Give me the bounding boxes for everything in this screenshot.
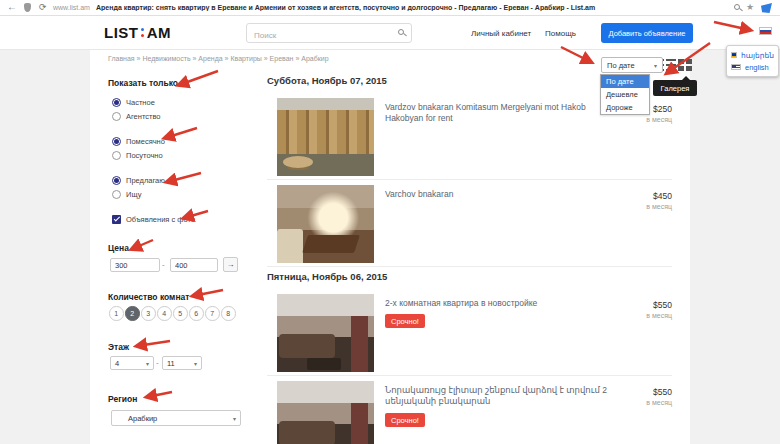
site-search-box bbox=[246, 23, 412, 43]
room-count-2-selected[interactable]: 2 bbox=[125, 306, 140, 321]
filter-rooms-title: Количество комнат bbox=[108, 292, 189, 302]
back-icon[interactable]: ← bbox=[7, 1, 17, 12]
room-count-6[interactable]: 6 bbox=[189, 306, 204, 321]
room-count-8[interactable]: 8 bbox=[221, 306, 236, 321]
radio-icon bbox=[112, 151, 121, 160]
add-listing-button[interactable]: Добавить объявление bbox=[601, 23, 693, 43]
radio-daily[interactable]: Посуточно bbox=[112, 151, 163, 160]
chevron-down-icon: ▾ bbox=[194, 360, 197, 367]
floor-range-separator: - bbox=[156, 358, 159, 367]
language-label: english bbox=[745, 63, 769, 72]
reload-icon[interactable]: ⟳ bbox=[39, 2, 47, 12]
radio-monthly[interactable]: Помесячно bbox=[112, 137, 165, 146]
listing-photo[interactable] bbox=[277, 98, 374, 176]
price-range-separator: - bbox=[162, 260, 165, 269]
sort-dropdown-menu: По дате Дешевле Дороже bbox=[600, 74, 650, 115]
listing-price: $550 bbox=[646, 300, 672, 310]
region-select[interactable]: Арабкир ▾ bbox=[111, 410, 241, 426]
browser-extension-icon[interactable] bbox=[761, 3, 772, 13]
urgent-badge: Срочно! bbox=[385, 413, 425, 427]
radio-label: Посуточно bbox=[126, 151, 163, 160]
listing-photo[interactable] bbox=[277, 185, 374, 263]
radio-seeking[interactable]: Ищу bbox=[112, 190, 141, 199]
room-count-1[interactable]: 1 bbox=[109, 306, 124, 321]
chevron-down-icon: ▾ bbox=[654, 62, 657, 69]
region-value: Арабкир bbox=[116, 414, 157, 423]
language-label: հայերեն bbox=[741, 51, 774, 60]
price-apply-button[interactable]: → bbox=[223, 257, 238, 272]
listam-logo[interactable]: List am bbox=[104, 24, 171, 41]
floor-from-select[interactable]: 4 ▾ bbox=[110, 356, 154, 370]
nav-help-link[interactable]: Помощь bbox=[545, 29, 576, 38]
floor-to-value: 11 bbox=[167, 359, 175, 368]
listing-title[interactable]: Նորակառույց էլիտար շենքում վարձով է տրվո… bbox=[385, 385, 623, 408]
radio-icon bbox=[112, 137, 121, 146]
room-count-7[interactable]: 7 bbox=[205, 306, 220, 321]
room-count-5[interactable]: 5 bbox=[173, 306, 188, 321]
room-count-4[interactable]: 4 bbox=[157, 306, 172, 321]
logo-text-left: List bbox=[104, 24, 139, 41]
shield-icon[interactable] bbox=[24, 3, 31, 12]
listing-photo[interactable] bbox=[277, 294, 374, 372]
listing-price-block: $550 в месяц bbox=[646, 300, 672, 319]
listing-row[interactable]: Նորակառույց էլիտար շենքում վարձով է տրվո… bbox=[267, 377, 672, 444]
chevron-down-icon: ▾ bbox=[233, 415, 236, 422]
room-count-3[interactable]: 3 bbox=[141, 306, 156, 321]
checkbox-with-photo[interactable]: Объявления с фото bbox=[112, 215, 195, 224]
filter-region-title: Регион bbox=[108, 394, 137, 404]
listing-photo[interactable] bbox=[277, 381, 374, 444]
listing-title[interactable]: 2-х комнатная квартира в новостройке bbox=[385, 298, 623, 309]
listing-row[interactable]: Varchov bnakaran $450 в месяц bbox=[267, 181, 672, 267]
sort-option-cheaper[interactable]: Дешевле bbox=[601, 88, 649, 101]
sort-option-by-date[interactable]: По дате bbox=[601, 75, 649, 88]
radio-icon bbox=[112, 98, 121, 107]
radio-icon bbox=[112, 176, 121, 185]
site-header: List am Личный кабинет Помощь Добавить о… bbox=[0, 16, 780, 50]
search-icon[interactable] bbox=[398, 29, 404, 35]
listing-price-block: $450 в месяц bbox=[646, 191, 672, 210]
price-from-input[interactable] bbox=[110, 258, 160, 272]
chevron-down-icon: ▾ bbox=[146, 360, 149, 367]
listing-price-block: $550 в месяц bbox=[646, 387, 672, 406]
sort-selected-value: По дате bbox=[607, 61, 635, 70]
urgent-badge: Срочно! bbox=[385, 314, 425, 328]
russian-flag-language-icon[interactable] bbox=[759, 27, 772, 35]
list-view-icon[interactable] bbox=[662, 59, 676, 71]
listing-price-period: в месяц bbox=[646, 399, 672, 406]
listing-price-period: в месяц bbox=[646, 312, 672, 319]
toolbar-search-icon[interactable] bbox=[734, 4, 740, 10]
search-input[interactable] bbox=[247, 27, 411, 45]
filter-price-title: Цена bbox=[108, 243, 129, 253]
radio-label: Предлагаю bbox=[126, 176, 165, 185]
listing-title[interactable]: Vardzov bnakaran Komitasum Mergelyani mo… bbox=[385, 102, 623, 125]
gallery-view-icon[interactable] bbox=[678, 59, 692, 71]
floor-to-select[interactable]: 11 ▾ bbox=[162, 356, 202, 370]
sort-dropdown[interactable]: По дате ▾ bbox=[601, 57, 663, 73]
radio-private[interactable]: Частное bbox=[112, 98, 155, 107]
listing-price: $550 bbox=[646, 387, 672, 397]
radio-offering[interactable]: Предлагаю bbox=[112, 176, 165, 185]
language-option-english[interactable]: english bbox=[731, 61, 774, 73]
listing-row[interactable]: 2-х комнатная квартира в новостройке Сро… bbox=[267, 290, 672, 376]
listing-title[interactable]: Varchov bnakaran bbox=[385, 189, 623, 200]
listing-price: $250 bbox=[646, 104, 672, 114]
price-to-input[interactable] bbox=[170, 258, 218, 272]
radio-icon bbox=[112, 190, 121, 199]
armenian-flag-icon bbox=[731, 52, 737, 58]
screen: ← ⟳ www.list.am Аренда квартир: снять кв… bbox=[0, 0, 780, 444]
language-option-armenian[interactable]: հայերեն bbox=[731, 49, 774, 61]
filter-floor-title: Этаж bbox=[108, 342, 129, 352]
address-bar-url[interactable]: www.list.am bbox=[53, 4, 90, 11]
bookmark-star-icon[interactable]: ★ bbox=[746, 2, 754, 12]
listing-price-period: в месяц bbox=[646, 116, 672, 123]
nav-personal-account-link[interactable]: Личный кабинет bbox=[471, 29, 531, 38]
sort-option-pricier[interactable]: Дороже bbox=[601, 101, 649, 114]
radio-agency[interactable]: Агентство bbox=[112, 112, 161, 121]
floor-from-value: 4 bbox=[115, 359, 119, 368]
date-section-header: Суббота, Ноябрь 07, 2015 bbox=[267, 75, 387, 86]
breadcrumb[interactable]: Главная » Недвижимость » Аренда » Кварти… bbox=[108, 55, 329, 62]
radio-label: Агентство bbox=[126, 112, 161, 121]
filter-show-only-title: Показать только bbox=[108, 78, 178, 88]
rooms-count-selector: 1 2 3 4 5 6 7 8 bbox=[109, 306, 236, 321]
checkbox-icon bbox=[112, 215, 121, 224]
